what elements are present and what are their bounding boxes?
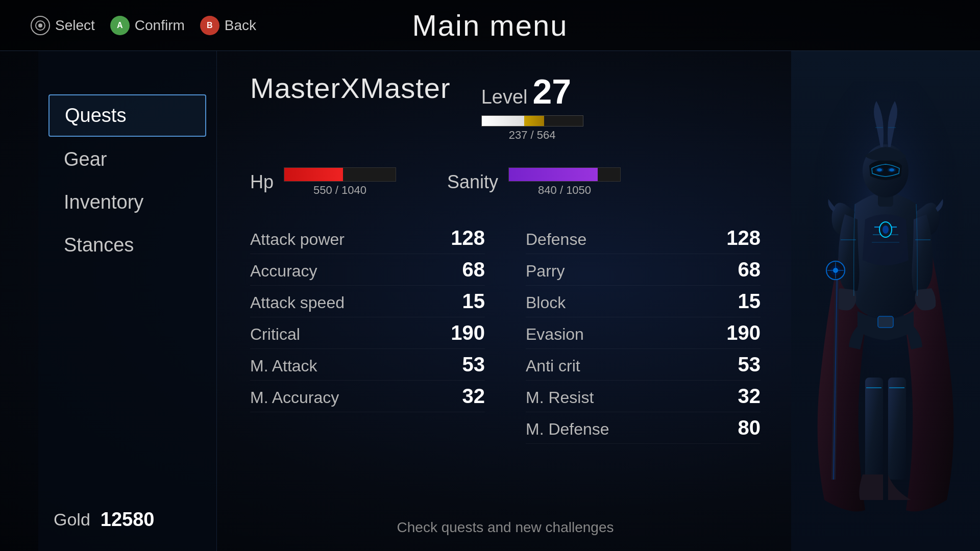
svg-point-1 [38,23,42,28]
sanity-text: 840 / 1050 [538,184,591,197]
level-value: 27 [532,71,571,111]
header-controls: Select A Confirm B Back [31,16,256,35]
hp-bar-track [284,167,396,182]
stats-bars: Hp 550 / 1040 Sanity 840 / 1050 [250,167,761,197]
stat-defense: Defense 128 [526,222,761,254]
sanity-bar-wrapper: 840 / 1050 [508,167,621,197]
stat-m-accuracy: M. Accuracy 32 [250,381,485,412]
header-bar: Select A Confirm B Back Main menu [0,0,980,51]
character-header: MasterXMaster Level 27 237 / 564 [250,71,761,142]
stat-name: Block [526,293,566,312]
stat-attack-speed: Attack speed 15 [250,286,485,317]
sidebar-item-gear[interactable]: Gear [48,139,206,180]
sanity-bar-fill [509,168,598,181]
hp-bar-wrapper: 550 / 1040 [284,167,396,197]
stat-m-defense: M. Defense 80 [526,412,761,444]
stat-name: M. Defense [526,420,609,439]
stat-value: 68 [720,258,761,281]
stat-name: Anti crit [526,357,580,375]
svg-rect-3 [865,378,883,480]
stat-name: M. Accuracy [250,388,339,407]
stat-name: Defense [526,230,586,249]
select-label: Select [55,17,95,34]
svg-rect-26 [878,316,893,328]
exp-fill-gold [524,116,545,126]
stat-evasion: Evasion 190 [526,317,761,349]
confirm-control: A Confirm [110,16,185,35]
hp-bar-group: Hp 550 / 1040 [250,167,396,197]
level-label: Level [481,86,528,108]
stat-value: 190 [720,321,761,344]
stat-value: 15 [720,290,761,313]
stat-value: 68 [444,258,485,281]
svg-point-8 [883,226,889,234]
confirm-label: Confirm [135,17,185,34]
sanity-bar-track [508,167,621,182]
stats-grid: Attack power 128 Accuracy 68 Attack spee… [250,222,761,444]
svg-point-22 [877,168,882,171]
page-title: Main menu [412,8,568,42]
back-control: B Back [200,16,256,35]
stats-right-col: Defense 128 Parry 68 Block 15 Evasion 19… [526,222,761,444]
stat-value: 128 [444,227,485,249]
stat-name: Attack power [250,230,345,249]
ls-icon [31,16,50,35]
hp-label: Hp [250,171,274,193]
stat-name: M. Attack [250,357,317,375]
stat-value: 80 [720,416,761,439]
hp-bar-fill [284,168,343,181]
stat-value: 53 [720,353,761,376]
stat-m-attack: M. Attack 53 [250,349,485,381]
gold-label: Gold [54,510,90,530]
svg-point-23 [889,168,894,171]
sanity-label: Sanity [447,171,498,193]
stat-value: 32 [444,385,485,408]
stats-left-col: Attack power 128 Accuracy 68 Attack spee… [250,222,485,444]
stat-anti-crit: Anti crit 53 [526,349,761,381]
stat-name: Parry [526,262,565,281]
sidebar: Quests Gear Inventory Stances Gold 12580 [38,51,217,551]
stat-block: Block 15 [526,286,761,317]
exp-bar: 237 / 564 [481,115,583,142]
level-row: Level 27 [481,71,571,111]
sanity-bar-group: Sanity 840 / 1050 [447,167,621,197]
stat-value: 128 [720,227,761,249]
stat-accuracy: Accuracy 68 [250,254,485,286]
stat-value: 190 [444,321,485,344]
character-art [791,51,980,551]
b-button-icon: B [200,16,219,35]
stat-m-resist: M. Resist 32 [526,381,761,412]
level-block: Level 27 237 / 564 [481,71,583,142]
stat-value: 32 [720,385,761,408]
gold-value: 12580 [101,509,155,531]
exp-fill-white [482,116,524,126]
stat-critical: Critical 190 [250,317,485,349]
gold-section: Gold 12580 [54,509,155,531]
a-button-icon: A [110,16,130,35]
stat-name: Evasion [526,325,584,344]
stat-name: Accuracy [250,262,317,281]
stat-value: 53 [444,353,485,376]
stat-value: 15 [444,290,485,313]
stat-parry: Parry 68 [526,254,761,286]
hp-text: 550 / 1040 [313,184,366,197]
sidebar-item-inventory[interactable]: Inventory [48,182,206,222]
sidebar-item-quests[interactable]: Quests [48,94,206,137]
sidebar-item-stances[interactable]: Stances [48,225,206,265]
back-label: Back [225,17,256,34]
stat-name: Critical [250,325,300,344]
stat-attack-power: Attack power 128 [250,222,485,254]
stat-name: Attack speed [250,293,345,312]
select-control: Select [31,16,95,35]
exp-text: 237 / 564 [481,129,583,142]
svg-rect-4 [888,378,906,480]
character-figure [799,82,972,520]
stat-name: M. Resist [526,388,594,407]
character-name: MasterXMaster [250,71,451,105]
main-content: MasterXMaster Level 27 237 / 564 Hp [219,51,791,551]
exp-bar-track [481,115,583,127]
